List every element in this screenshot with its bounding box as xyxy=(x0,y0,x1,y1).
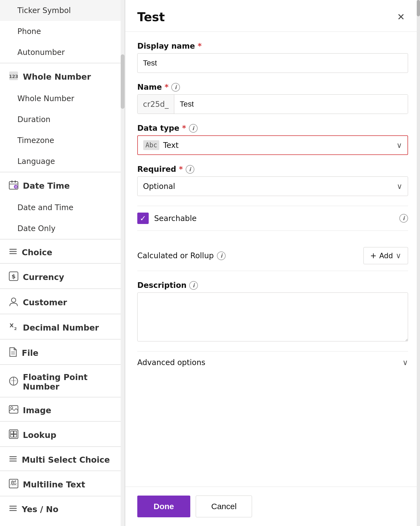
date-time-label: Date Time xyxy=(23,181,70,191)
add-chevron: ∨ xyxy=(396,251,402,260)
display-name-input[interactable] xyxy=(137,53,408,73)
svg-text:2: 2 xyxy=(14,326,17,331)
svg-point-20 xyxy=(11,407,13,409)
required-label: Required * i xyxy=(137,165,408,174)
add-label: Add xyxy=(379,252,393,260)
description-group: Description i xyxy=(137,281,408,341)
cancel-button[interactable]: Cancel xyxy=(196,496,252,517)
description-label: Description i xyxy=(137,281,408,290)
required-select[interactable]: Optional ∨ xyxy=(137,176,408,196)
yes-no-label: Yes / No xyxy=(22,505,58,514)
lookup-label: Lookup xyxy=(23,430,56,440)
category-file: File xyxy=(0,339,125,364)
form-header: Test ✕ xyxy=(125,0,420,32)
list-item-whole-number[interactable]: Whole Number xyxy=(0,88,125,109)
decimal-icon: X 2 xyxy=(9,322,18,334)
list-item-language[interactable]: Language xyxy=(0,151,125,172)
customer-label: Customer xyxy=(23,298,67,307)
choice-label: Choice xyxy=(22,248,52,257)
svg-text:X: X xyxy=(10,322,14,329)
whole-number-icon: 123 xyxy=(9,71,18,83)
list-item-timezone[interactable]: Timezone xyxy=(0,130,125,151)
data-type-label: Data type * i xyxy=(137,124,408,133)
data-type-info-icon[interactable]: i xyxy=(189,124,198,133)
data-type-select-icon: Abc xyxy=(143,140,159,150)
right-panel: Test ✕ Display name * Name * i xyxy=(125,0,420,526)
list-item-duration[interactable]: Duration xyxy=(0,109,125,130)
data-type-select[interactable]: Abc Text ∨ xyxy=(137,135,408,155)
svg-rect-22 xyxy=(11,431,13,434)
list-item-ticker[interactable]: Ticker Symbol xyxy=(0,0,125,21)
required-info-icon[interactable]: i xyxy=(186,165,194,174)
whole-number-label: Whole Number xyxy=(23,72,91,82)
decimal-label: Decimal Number xyxy=(23,323,99,332)
form-title: Test xyxy=(137,10,165,24)
category-multi-select: Multi Select Choice xyxy=(0,447,125,471)
multi-select-label: Multi Select Choice xyxy=(22,455,110,465)
svg-rect-4 xyxy=(15,180,16,183)
svg-rect-24 xyxy=(11,434,13,437)
calculated-info-icon[interactable]: i xyxy=(217,251,226,260)
display-name-required: * xyxy=(198,42,202,51)
close-button[interactable]: ✕ xyxy=(394,10,408,24)
svg-text:⏱: ⏱ xyxy=(15,186,17,188)
svg-text:123: 123 xyxy=(9,74,18,79)
category-decimal: X 2 Decimal Number xyxy=(0,314,125,339)
calculated-row: Calculated or Rollup i + Add ∨ xyxy=(137,241,408,271)
list-item-date-and-time[interactable]: Date and Time xyxy=(0,197,125,218)
type-list: Ticker Symbol Phone Autonumber 123 Whole… xyxy=(0,0,125,526)
form-panel: Test ✕ Display name * Name * i xyxy=(125,0,420,526)
list-item-autonumber[interactable]: Autonumber xyxy=(0,42,125,63)
add-plus-icon: + xyxy=(370,251,377,260)
multiline-text-icon: Abc def xyxy=(9,479,18,490)
name-prefix: cr25d_ xyxy=(138,95,174,114)
category-multiline-text: Abc def Multiline Text xyxy=(0,471,125,496)
data-type-group: Data type * i Abc Text ∨ xyxy=(137,124,408,155)
category-whole-number: 123 Whole Number xyxy=(0,63,125,88)
category-customer: Customer xyxy=(0,289,125,314)
searchable-info-icon[interactable]: i xyxy=(399,214,408,223)
image-label: Image xyxy=(23,406,51,415)
choice-icon xyxy=(9,247,17,258)
date-time-icon: ⏱ xyxy=(9,180,18,192)
display-name-label: Display name * xyxy=(137,42,408,51)
left-scrollbar[interactable] xyxy=(121,0,125,526)
svg-point-13 xyxy=(11,298,16,302)
name-input-row: cr25d_ xyxy=(137,94,408,114)
add-button[interactable]: + Add ∨ xyxy=(363,247,408,264)
lookup-icon xyxy=(9,429,18,441)
svg-text:def: def xyxy=(11,480,16,483)
category-image: Image xyxy=(0,397,125,421)
done-button[interactable]: Done xyxy=(137,496,190,517)
form-footer: Done Cancel xyxy=(125,487,420,526)
floating-point-label: Floating Point Number xyxy=(23,372,116,391)
name-info-icon[interactable]: i xyxy=(171,83,180,92)
advanced-chevron: ∨ xyxy=(403,358,408,367)
data-type-required: * xyxy=(182,124,186,133)
image-icon xyxy=(9,405,18,416)
file-icon xyxy=(9,347,17,359)
description-textarea[interactable] xyxy=(137,292,408,341)
currency-label: Currency xyxy=(23,272,64,282)
file-label: File xyxy=(22,348,38,358)
category-currency: $ Currency xyxy=(0,263,125,288)
data-type-chevron: ∨ xyxy=(397,141,402,150)
list-item-phone[interactable]: Phone xyxy=(0,21,125,42)
svg-rect-3 xyxy=(11,180,13,183)
svg-rect-23 xyxy=(14,431,17,434)
searchable-checkbox[interactable] xyxy=(137,213,149,224)
category-lookup: Lookup xyxy=(0,421,125,446)
name-input[interactable] xyxy=(174,95,408,114)
list-item-date-only[interactable]: Date Only xyxy=(0,218,125,239)
data-type-select-left: Abc Text xyxy=(143,140,179,150)
advanced-options-row[interactable]: Advanced options ∨ xyxy=(137,351,408,374)
right-scrollbar[interactable] xyxy=(417,0,420,526)
name-required: * xyxy=(165,83,169,92)
searchable-row: Searchable i xyxy=(137,206,408,231)
currency-icon: $ xyxy=(9,271,18,283)
required-chevron: ∨ xyxy=(397,182,403,191)
description-info-icon[interactable]: i xyxy=(189,281,198,290)
customer-icon xyxy=(9,297,18,308)
name-label: Name * i xyxy=(137,83,408,92)
category-yes-no: Yes / No xyxy=(0,496,125,520)
